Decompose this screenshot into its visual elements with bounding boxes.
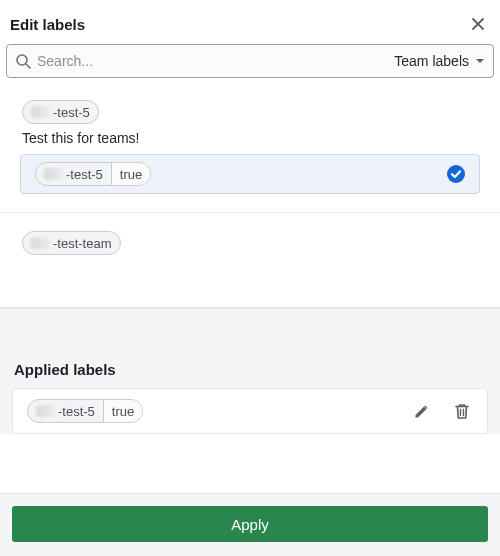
- label-value: true: [112, 163, 150, 185]
- pencil-icon: [413, 402, 431, 420]
- close-icon: [470, 16, 486, 32]
- dialog-header: Edit labels: [0, 0, 500, 44]
- label-chip[interactable]: -test-team: [22, 231, 121, 255]
- search-bar: Team labels: [0, 44, 500, 82]
- label-value: true: [104, 400, 142, 422]
- labels-list: -test-5 Test this for teams! -test-5 tru…: [0, 82, 500, 493]
- label-key: -test-team: [53, 236, 112, 251]
- scope-select[interactable]: Team labels: [394, 53, 485, 69]
- check-circle-icon: [447, 165, 465, 183]
- applied-label-actions: [411, 400, 473, 422]
- label-chip[interactable]: -test-5: [22, 100, 99, 124]
- redacted-text: [31, 106, 51, 118]
- dialog-footer: Apply: [0, 493, 500, 556]
- redacted-text: [36, 405, 56, 417]
- trash-icon: [453, 402, 471, 420]
- search-input[interactable]: [37, 53, 388, 69]
- chevron-down-icon: [475, 56, 485, 66]
- redacted-text: [44, 168, 64, 180]
- search-icon: [15, 53, 31, 69]
- label-section: -test-5 Test this for teams! -test-5 tru…: [0, 82, 500, 213]
- applied-labels-title: Applied labels: [0, 361, 500, 388]
- search-field[interactable]: Team labels: [6, 44, 494, 78]
- svg-point-1: [447, 165, 465, 183]
- label-section: -test-team: [0, 213, 500, 308]
- redacted-text: [31, 237, 51, 249]
- label-key: -test-5: [66, 167, 103, 182]
- label-chip-with-value: -test-5 true: [27, 399, 143, 423]
- label-value-option[interactable]: -test-5 true: [20, 154, 480, 194]
- label-chip-with-value: -test-5 true: [35, 162, 151, 186]
- scope-label: Team labels: [394, 53, 469, 69]
- applied-label-row: -test-5 true: [12, 388, 488, 434]
- delete-button[interactable]: [451, 400, 473, 422]
- label-description: Test this for teams!: [10, 130, 490, 154]
- dialog-title: Edit labels: [10, 16, 85, 33]
- label-key: -test-5: [58, 404, 95, 419]
- label-key: -test-5: [53, 105, 90, 120]
- applied-labels-panel: Applied labels -test-5 true: [0, 308, 500, 434]
- apply-button[interactable]: Apply: [12, 506, 488, 542]
- close-button[interactable]: [468, 14, 488, 34]
- edit-labels-dialog: Edit labels Team labels -test-5 Test thi…: [0, 0, 500, 556]
- edit-button[interactable]: [411, 400, 433, 422]
